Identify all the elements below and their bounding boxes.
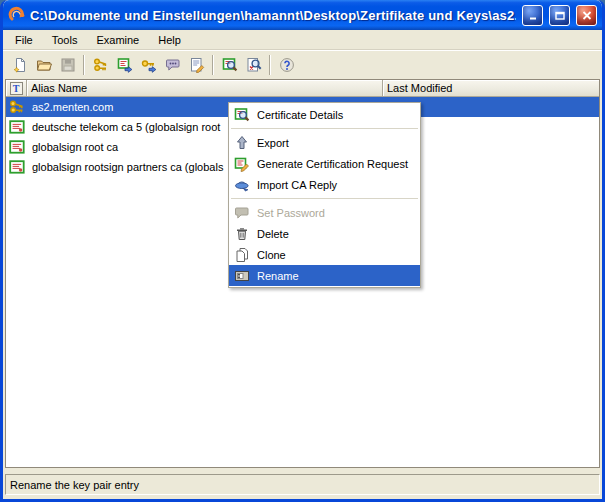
menu-item-label: Certificate Details [257, 109, 343, 121]
examine-crl-icon [246, 57, 262, 73]
open-keystore-button[interactable] [32, 54, 55, 77]
close-icon [582, 11, 592, 20]
import-key-pair-button[interactable] [137, 54, 160, 77]
password-bubble-icon-disabled [233, 205, 251, 221]
column-header-alias-name[interactable]: Alias Name [27, 80, 383, 97]
properties-button[interactable] [185, 54, 208, 77]
alias-label: deutsche telekom ca 5 (globalsign root [32, 121, 220, 133]
toolbar-separator [83, 55, 85, 75]
window-title: C:\Dokumente und Einstellungen\hamannt\D… [30, 8, 516, 23]
menu-help[interactable]: Help [150, 31, 189, 49]
new-file-icon [12, 57, 28, 73]
copy-documents-icon [233, 247, 251, 263]
examine-crl-button[interactable] [242, 54, 265, 77]
menu-tools[interactable]: Tools [44, 31, 86, 49]
table-header: T Alias Name Last Modified [6, 80, 599, 97]
trusted-certificate-icon [9, 139, 26, 155]
menu-item-label: Delete [257, 228, 289, 240]
menu-item-rename[interactable]: Rename [229, 265, 420, 286]
status-text: Rename the key pair entry [10, 479, 139, 491]
maximize-button[interactable] [549, 5, 570, 26]
menu-file[interactable]: File [7, 31, 41, 49]
menu-examine[interactable]: Examine [88, 31, 147, 49]
save-floppy-icon-disabled [60, 57, 76, 73]
generate-key-pair-button[interactable] [89, 54, 112, 77]
open-folder-icon [36, 57, 52, 73]
menu-item-import-ca-reply[interactable]: Import CA Reply [229, 174, 420, 195]
trusted-certificate-icon [9, 159, 26, 175]
key-pair-icon [9, 99, 26, 115]
examine-certificate-button[interactable] [218, 54, 241, 77]
password-bubble-icon [165, 57, 181, 73]
type-column-icon: T [10, 82, 23, 95]
application-window: C:\Dokumente und Einstellungen\hamannt\D… [0, 0, 605, 502]
menu-item-label: Rename [257, 270, 299, 282]
import-trusted-certificate-button[interactable] [113, 54, 136, 77]
help-icon [279, 57, 295, 73]
menu-separator [231, 128, 418, 129]
set-password-button[interactable] [161, 54, 184, 77]
titlebar[interactable]: C:\Dokumente und Einstellungen\hamannt\D… [3, 0, 602, 30]
menu-item-label: Export [257, 137, 289, 149]
edit-document-icon [189, 57, 205, 73]
certificate-magnifier-icon [233, 107, 251, 123]
rename-box-icon [233, 268, 251, 284]
save-keystore-button[interactable] [56, 54, 79, 77]
menu-item-delete[interactable]: Delete [229, 223, 420, 244]
menu-item-generate-certification-request[interactable]: Generate Certification Request [229, 153, 420, 174]
column-header-last-modified[interactable]: Last Modified [383, 80, 599, 97]
minimize-button[interactable] [522, 5, 543, 26]
import-certificate-icon [117, 57, 133, 73]
trash-icon [233, 226, 251, 242]
trusted-certificate-icon [9, 119, 26, 135]
menu-item-set-password: Set Password [229, 202, 420, 223]
menu-item-certificate-details[interactable]: Certificate Details [229, 104, 420, 125]
menu-item-label: Import CA Reply [257, 179, 337, 191]
certificate-pencil-icon [233, 156, 251, 172]
menu-item-export[interactable]: Export [229, 132, 420, 153]
ca-reply-icon [233, 177, 251, 193]
menu-item-label: Set Password [257, 207, 325, 219]
menu-item-label: Clone [257, 249, 286, 261]
alias-label: globalsign rootsign partners ca (globals [32, 161, 223, 173]
import-key-icon [141, 57, 157, 73]
maximize-icon [555, 11, 565, 20]
toolbar [3, 51, 602, 79]
help-button[interactable] [275, 54, 298, 77]
toolbar-separator [269, 55, 271, 75]
new-keystore-button[interactable] [8, 54, 31, 77]
close-button[interactable] [576, 5, 597, 26]
export-arrow-icon [233, 135, 251, 151]
alias-label: globalsign root ca [32, 141, 118, 153]
context-menu: Certificate Details Export Generate Cert… [228, 102, 421, 288]
column-header-type[interactable]: T [6, 80, 27, 97]
menu-separator [231, 198, 418, 199]
minimize-icon [528, 11, 538, 20]
examine-certificate-icon [222, 57, 238, 73]
menu-item-label: Generate Certification Request [257, 158, 408, 170]
toolbar-separator [212, 55, 214, 75]
app-icon [8, 6, 26, 24]
alias-label: as2.menten.com [32, 101, 113, 113]
status-bar: Rename the key pair entry [5, 474, 600, 495]
menubar: File Tools Examine Help [3, 30, 602, 50]
menu-item-clone[interactable]: Clone [229, 244, 420, 265]
key-pair-icon [93, 57, 109, 73]
